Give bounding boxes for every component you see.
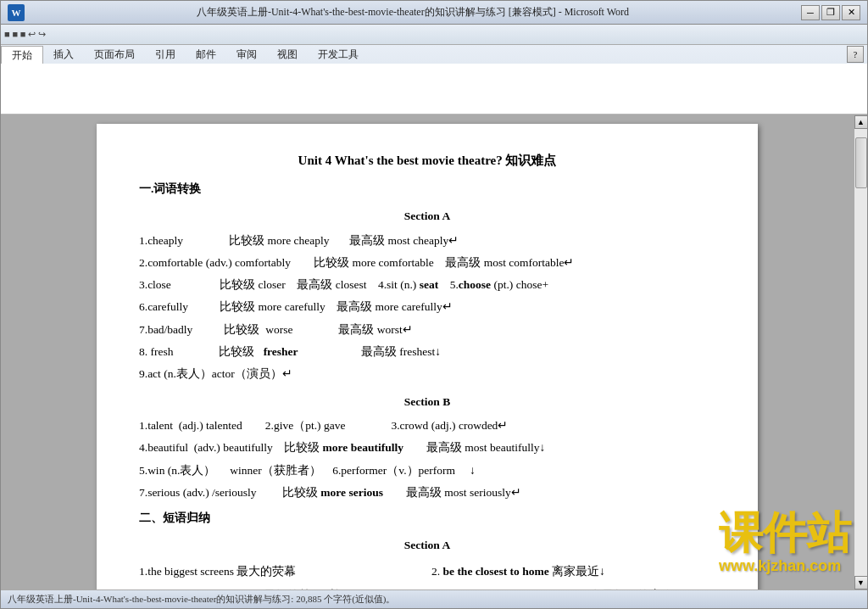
phraseA2-2: 2. be the closest to home 离家最近↓ [431,562,715,582]
tab-mailing[interactable]: 邮件 [186,45,226,64]
line-2comfortable: 2.comfortable (adv.) comfortably 比较级 mor… [139,253,715,273]
phraseA2-4: 4.have the most comfortable seats 有最舒服的座… [431,585,715,589]
line-8fresh: 8. fresh 比较级 fresher 最高级 freshest↓ [139,342,715,362]
line-7bad: 7.bad/badly 比较级 worse 最高级 worst↵ [139,320,715,340]
close-button[interactable]: ✕ [842,5,860,20]
scroll-thumb[interactable] [855,137,867,188]
quick-access-toolbar: ■ ■ ■ ↩ ↪ [1,25,867,45]
tab-page-layout[interactable]: 页面布局 [84,45,145,64]
window-controls: ─ ❐ ✕ [801,5,860,20]
window-title: 八年级英语上册-Unit-4-What's-the-best-movie-the… [25,5,801,20]
tab-references[interactable]: 引用 [145,45,186,64]
line-b4beautiful: 4.beautiful (adv.) beautifully 比较级 more … [139,438,715,458]
watermark: 课件站 www.kjzhan.com [719,509,851,575]
title-bar: W 八年级英语上册-Unit-4-What's-the-best-movie-t… [1,1,867,25]
sectionA1-title: Section A [139,206,715,226]
phrases-sectionA2: 1.the biggest screens 最大的荧幕 2. be the cl… [139,560,715,589]
tab-insert[interactable]: 插入 [43,45,84,64]
line-b5win: 5.win (n.表人） winner（获胜者） 6.performer（v.）… [139,461,715,481]
watermark-line2: www.kjzhan.com [719,557,851,575]
line-9act: 9.act (n.表人）actor（演员）↵ [139,364,715,384]
sectionA2-title: Section A [139,535,715,556]
status-bar: 八年级英语上册-Unit-4-What's-the-best-movie-the… [1,589,867,608]
ribbon-content [1,64,867,115]
quick-access-label: ■ ■ ■ ↩ ↪ [4,29,46,40]
page-title: Unit 4 What's the best movie theatre? 知识… [139,149,715,172]
line-6carefully: 6.carefully 比较级 more carefully 最高级 more … [139,297,715,317]
watermark-line1: 课件站 [719,509,851,557]
help-button[interactable]: ? [847,46,864,63]
scroll-down-button[interactable]: ▼ [854,576,868,589]
document-page: Unit 4 What's the best movie theatre? 知识… [97,124,758,589]
tab-home[interactable]: 开始 [1,46,43,64]
line-b1talent: 1.talent (adj.) talented 2.give（pt.) gav… [139,416,715,436]
phraseA2-1: 1.the biggest screens 最大的荧幕 [139,562,423,582]
line-3close: 3.close 比较级 closer 最高级 closest 4.sit (n.… [139,275,715,295]
section1-heading: 一.词语转换 [139,179,715,199]
restore-button[interactable]: ❐ [821,5,840,20]
vertical-scrollbar[interactable]: ▲ ▼ [854,115,867,589]
app-icon: W [8,4,25,21]
scroll-up-button[interactable]: ▲ [854,115,868,129]
phraseA2-3: 3.the shortest waiting time 最短的等候时间 [139,585,423,589]
ribbon-tabs: 开始 插入 页面布局 引用 邮件 审阅 视图 开发工具 ? [1,45,867,64]
line-b7serious: 7.serious (adv.) /seriously 比较级 more ser… [139,483,715,503]
scroll-track[interactable] [854,129,868,576]
section2-heading: 二、短语归纳 [139,508,715,528]
sectionB1-title: Section B [139,392,715,412]
status-text: 八年级英语上册-Unit-4-What's-the-best-movie-the… [8,593,396,606]
minimize-button[interactable]: ─ [801,5,820,20]
tab-review[interactable]: 审阅 [226,45,267,64]
title-bar-left: W [8,4,25,21]
tab-developer[interactable]: 开发工具 [308,45,369,64]
line-1cheaply: 1.cheaply 比较级 more cheaply 最高级 most chea… [139,231,715,251]
tab-view[interactable]: 视图 [267,45,308,64]
ribbon: 开始 插入 页面布局 引用 邮件 审阅 视图 开发工具 ? [1,45,867,115]
